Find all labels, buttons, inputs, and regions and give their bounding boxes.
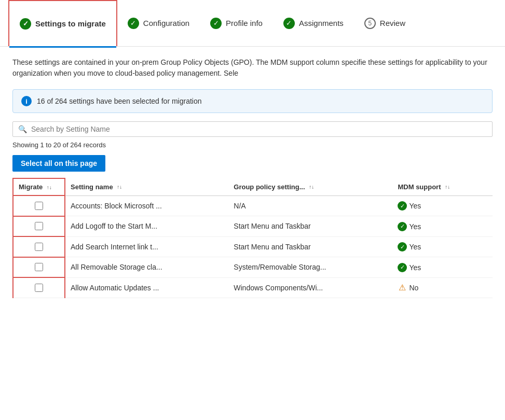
step-label: Settings to migrate xyxy=(35,19,106,28)
mdm-support-cell: ✓Yes xyxy=(392,236,493,257)
step-assignments[interactable]: ✓ Assignments xyxy=(273,0,354,46)
step-complete-icon: ✓ xyxy=(128,18,139,29)
mdm-label: No xyxy=(409,284,418,292)
step-settings-to-migrate[interactable]: ✓ Settings to migrate xyxy=(8,0,117,46)
step-configuration[interactable]: ✓ Configuration xyxy=(117,0,200,46)
search-input[interactable] xyxy=(31,125,487,133)
banner-text: 16 of 264 settings have been selected fo… xyxy=(37,97,202,105)
migrate-checkbox[interactable] xyxy=(35,243,43,251)
main-content: These settings are contained in your on-… xyxy=(0,47,505,309)
mdm-yes-icon: ✓ xyxy=(398,201,407,211)
mdm-label: Yes xyxy=(409,222,421,231)
migrate-checkbox[interactable] xyxy=(35,263,43,271)
sort-arrows-migrate[interactable]: ↑↓ xyxy=(47,185,52,190)
setting-name-cell: Add Search Internet link t... xyxy=(65,236,228,257)
sort-arrows-mdm-support[interactable]: ↑↓ xyxy=(445,185,450,190)
info-banner: i 16 of 264 settings have been selected … xyxy=(12,89,493,113)
setting-name-cell: Allow Automatic Updates ... xyxy=(65,277,228,298)
step-profile-info[interactable]: ✓ Profile info xyxy=(200,0,273,46)
step-complete-icon: ✓ xyxy=(210,18,222,29)
info-icon: i xyxy=(21,96,32,106)
wizard-steps: ✓ Settings to migrate ✓ Configuration ✓ … xyxy=(0,0,505,47)
setting-name-cell: Accounts: Block Microsoft ... xyxy=(65,195,228,216)
step-complete-icon: ✓ xyxy=(283,18,295,29)
migrate-cell xyxy=(13,216,65,237)
table-row: Add Search Internet link t...Start Menu … xyxy=(13,236,493,257)
group-policy-cell: System/Removable Storag... xyxy=(228,257,392,278)
settings-table: Migrate ↑↓ Setting name ↑↓ Group policy … xyxy=(12,178,493,298)
migrate-cell xyxy=(13,236,65,257)
migrate-checkbox[interactable] xyxy=(35,202,43,210)
group-policy-cell: N/A xyxy=(228,195,392,216)
migrate-cell xyxy=(13,195,65,216)
select-all-button[interactable]: Select all on this page xyxy=(12,155,105,172)
mdm-yes-icon: ✓ xyxy=(398,222,407,231)
setting-name-cell: Add Logoff to the Start M... xyxy=(65,216,228,237)
table-row: Add Logoff to the Start M...Start Menu a… xyxy=(13,216,493,237)
col-header-migrate: Migrate ↑↓ xyxy=(13,178,65,195)
migrate-cell xyxy=(13,257,65,278)
mdm-label: Yes xyxy=(409,263,421,272)
mdm-warning-icon: ⚠ xyxy=(398,283,407,292)
mdm-label: Yes xyxy=(409,202,421,210)
col-header-mdm-support: MDM support ↑↓ xyxy=(392,178,493,195)
search-bar: 🔍 xyxy=(12,121,493,137)
group-policy-cell: Start Menu and Taskbar xyxy=(228,236,392,257)
step-number: 5 xyxy=(364,18,376,29)
step-label: Review xyxy=(380,19,405,27)
col-header-setting-name: Setting name ↑↓ xyxy=(65,178,228,195)
step-label: Profile info xyxy=(226,19,263,27)
setting-name-cell: All Removable Storage cla... xyxy=(65,257,228,278)
description-text: These settings are contained in your on-… xyxy=(12,57,493,79)
col-header-group-policy: Group policy setting... ↑↓ xyxy=(228,178,392,195)
mdm-support-cell: ⚠No xyxy=(392,277,493,298)
records-count: Showing 1 to 20 of 264 records xyxy=(12,141,493,149)
search-icon: 🔍 xyxy=(18,125,27,133)
table-row: All Removable Storage cla...System/Remov… xyxy=(13,257,493,278)
sort-arrows-group-policy[interactable]: ↑↓ xyxy=(309,185,314,190)
table-row: Accounts: Block Microsoft ...N/A✓Yes xyxy=(13,195,493,216)
mdm-yes-icon: ✓ xyxy=(398,263,407,272)
step-complete-icon: ✓ xyxy=(20,18,31,30)
group-policy-cell: Windows Components/Wi... xyxy=(228,277,392,298)
migrate-checkbox[interactable] xyxy=(35,284,43,292)
mdm-yes-icon: ✓ xyxy=(398,242,407,251)
mdm-support-cell: ✓Yes xyxy=(392,257,493,278)
group-policy-cell: Start Menu and Taskbar xyxy=(228,216,392,237)
mdm-support-cell: ✓Yes xyxy=(392,216,493,237)
step-review[interactable]: 5 Review xyxy=(354,0,416,46)
table-row: Allow Automatic Updates ...Windows Compo… xyxy=(13,277,493,298)
migrate-cell xyxy=(13,277,65,298)
step-label: Assignments xyxy=(299,19,344,27)
mdm-label: Yes xyxy=(409,243,421,251)
migrate-checkbox[interactable] xyxy=(35,222,43,230)
step-label: Configuration xyxy=(143,19,189,27)
sort-arrows-setting-name[interactable]: ↑↓ xyxy=(117,185,122,190)
mdm-support-cell: ✓Yes xyxy=(392,195,493,216)
